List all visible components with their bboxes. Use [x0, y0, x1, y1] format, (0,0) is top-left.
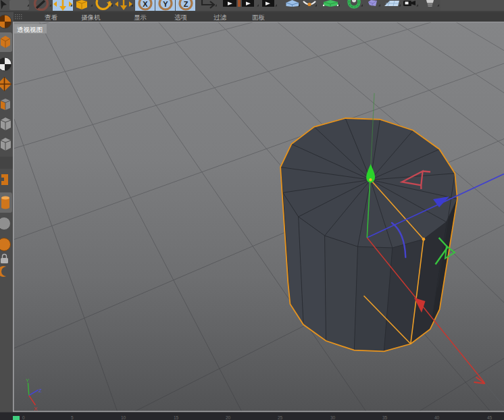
svg-text:Y: Y: [163, 0, 168, 8]
svg-text:5: 5: [71, 415, 74, 420]
svg-text:透视视图: 透视视图: [17, 26, 43, 33]
svg-text:45: 45: [487, 415, 493, 420]
svg-text:40: 40: [434, 415, 440, 420]
svg-text:15: 15: [174, 415, 179, 420]
svg-text:20: 20: [226, 415, 231, 420]
svg-text:选项: 选项: [174, 14, 187, 21]
svg-text:0: 0: [22, 415, 25, 420]
svg-text:Z: Z: [39, 388, 42, 394]
svg-text:X: X: [143, 0, 148, 8]
svg-text:查看: 查看: [45, 14, 58, 21]
svg-text:摄像机: 摄像机: [81, 14, 101, 21]
svg-text:面板: 面板: [252, 14, 266, 21]
svg-text:过滤: 过滤: [213, 14, 227, 21]
svg-text:25: 25: [278, 415, 283, 420]
svg-text:显示: 显示: [134, 14, 147, 21]
svg-text:35: 35: [382, 415, 388, 420]
svg-text:30: 30: [330, 415, 336, 420]
svg-text:10: 10: [121, 415, 126, 420]
svg-text:Z: Z: [184, 0, 188, 8]
svg-text:Y: Y: [26, 377, 30, 384]
